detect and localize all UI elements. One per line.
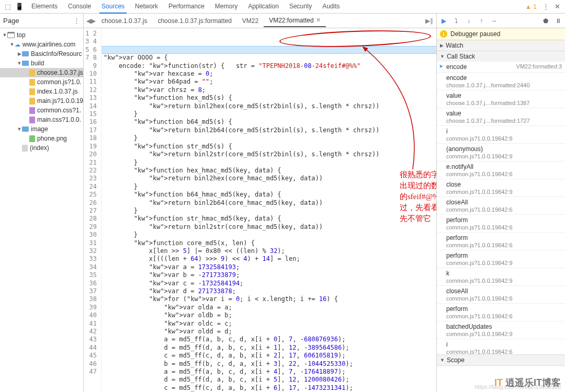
tree-label: image — [31, 125, 48, 133]
resume-icon[interactable]: ▶ — [439, 16, 448, 26]
tree-item[interactable]: main.css?1.0.0. — [0, 115, 83, 124]
watermark-text: IT 逍遥乐IT博客 — [494, 376, 561, 389]
annotation-text: 很熟悉的字样，这就是请求中 出现过的数据，但是日期最后 的sfeif#@%%从来… — [400, 169, 436, 224]
history-back-icon[interactable]: ◀▶ — [86, 16, 96, 26]
source-tab-label: choose.1.0.37.js — [101, 17, 147, 25]
source-tab[interactable]: VM22 — [237, 15, 264, 27]
twist-icon: ▼ — [2, 32, 7, 38]
stack-frame[interactable]: closeAllcommon.js?1.0.0.19842:6 — [437, 197, 565, 215]
warning-badge[interactable]: ▲ 1 — [525, 3, 537, 10]
source-tab[interactable]: choose.1.0.37.js:formatted — [152, 15, 236, 27]
step-icon[interactable]: → — [489, 16, 499, 26]
close-icon[interactable]: ✕ — [551, 1, 563, 13]
tree-item[interactable]: phone.png — [0, 134, 83, 143]
stack-frame[interactable]: performcommon.js?1.0.0.19842:9 — [437, 250, 565, 268]
panel-tab-application[interactable]: Application — [246, 0, 281, 14]
panel-tab-sources[interactable]: Sources — [99, 0, 127, 14]
more-icon[interactable]: ⋮ — [540, 1, 551, 13]
code-editor[interactable]: 1 2 3 4 5 6 7 8 9 10 11 12 13 14 15 16 1… — [84, 28, 436, 392]
callstack-list: encodeVM22:formatted:3encodechoose.1.0.3… — [437, 62, 565, 354]
tree-item[interactable]: choose.1.0.37.js — [0, 68, 83, 77]
tree-item[interactable]: ▶BasicInfo/Resourc — [0, 49, 83, 59]
frame-location: common.js?1.0.0.19842:6 — [446, 171, 562, 177]
page-menu-icon[interactable]: ⋮ — [73, 17, 80, 25]
scope-label: Scope — [447, 356, 465, 364]
page-tab[interactable]: Page ⋮ — [0, 14, 83, 28]
devtools-toolbar: ⬚ 📱 ElementsConsoleSourcesNetworkPerform… — [0, 0, 565, 14]
stack-frame[interactable]: performcommon.js?1.0.0.19842:6 — [437, 304, 565, 321]
watch-label: Watch — [446, 42, 464, 49]
frame-location: common.js?1.0.0.19842:9 — [446, 260, 562, 266]
tree-item[interactable]: ▼image — [0, 124, 83, 134]
tree-item[interactable]: ▼top — [0, 30, 83, 40]
paused-banner: i Debugger paused — [437, 28, 565, 40]
folder-icon — [22, 51, 29, 56]
tree-item[interactable]: common.css?1. — [0, 106, 83, 115]
panel-tab-audits[interactable]: Audits — [320, 0, 342, 14]
watch-section[interactable]: ▶Watch — [437, 40, 565, 51]
navigator-sidebar: Page ⋮ ▼top▼☁www.jcairlines.com▶BasicInf… — [0, 14, 84, 392]
line-gutter: 1 2 3 4 5 6 7 8 9 10 11 12 13 14 15 16 1… — [84, 28, 101, 392]
execution-line-highlight — [101, 46, 436, 54]
source-tab-label: VM22:formatted — [269, 17, 313, 24]
pause-exceptions-icon[interactable]: ⏸ — [553, 16, 563, 26]
stack-frame[interactable]: icommon.js?1.0.0.19842:6 — [437, 339, 565, 354]
frame-location: common.js?1.0.0.19842:6 — [446, 349, 562, 354]
close-tab-icon[interactable]: ✕ — [316, 17, 321, 24]
twist-icon: ▼ — [9, 42, 15, 47]
panel-tab-console[interactable]: Console — [66, 0, 93, 14]
stack-frame[interactable]: encodeVM22:formatted:3 — [437, 62, 565, 73]
source-tab[interactable]: choose.1.0.37.js — [96, 15, 152, 27]
code-content[interactable]: "kw">var OOOO = { encode: "kw">function(… — [104, 54, 434, 392]
stack-frame[interactable]: performcommon.js?1.0.0.19842:6 — [437, 233, 565, 250]
scope-section[interactable]: ▼Scope — [437, 355, 565, 365]
frame-function: closeAll — [446, 287, 468, 295]
panel-tab-memory[interactable]: Memory — [213, 0, 240, 14]
step-over-icon[interactable]: ⤵ — [451, 16, 461, 26]
tree-label: BasicInfo/Resourc — [31, 50, 82, 57]
tree-item[interactable]: common.js?1.0. — [0, 77, 83, 87]
frame-location: common.js?1.0.0.19842:6 — [446, 242, 562, 248]
deactivate-bp-icon[interactable]: ⬟ — [541, 16, 550, 26]
panel-tab-performance[interactable]: Performance — [166, 0, 207, 14]
stack-frame[interactable]: kcommon.js?1.0.0.19842:9 — [437, 268, 565, 286]
frame-function: value — [446, 110, 461, 117]
tree-item[interactable]: ▼build — [0, 59, 83, 68]
frame-function: value — [446, 92, 461, 99]
stack-frame[interactable]: performcommon.js?1.0.0.19842:6 — [437, 215, 565, 233]
frame-location: common.js?1.0.0.19842:6 — [446, 295, 562, 302]
step-out-icon[interactable]: ↑ — [477, 16, 486, 26]
tree-label: main.js?1.0.0.19 — [37, 97, 83, 105]
tree-label: top — [17, 31, 26, 39]
stack-frame[interactable]: batchedUpdatescommon.js?1.0.0.19842:9 — [437, 321, 565, 339]
stack-frame[interactable]: e.notifyAllcommon.js?1.0.0.19842:6 — [437, 162, 565, 179]
stack-frame[interactable]: icommon.js?1.0.0.19842:8 — [437, 126, 565, 144]
frame-location: common.js?1.0.0.19842:9 — [446, 189, 562, 195]
panel-tab-security[interactable]: Security — [287, 0, 314, 14]
more-tabs-icon[interactable]: ▶∥ — [424, 16, 434, 26]
stack-frame[interactable]: closeAllcommon.js?1.0.0.19842:6 — [437, 286, 565, 304]
panel-tab-network[interactable]: Network — [133, 0, 160, 14]
tree-item[interactable]: ▼☁www.jcairlines.com — [0, 40, 83, 49]
tree-label: index.1.0.37.js — [37, 88, 77, 95]
tree-item[interactable]: (index) — [0, 143, 83, 153]
css-file-icon — [29, 117, 35, 123]
cloud-icon: ☁ — [15, 41, 20, 48]
stack-frame[interactable]: valuechoose.1.0.37.j…formatted:1727 — [437, 108, 565, 126]
stack-frame[interactable]: encodechoose.1.0.37.j…formatted:2440 — [437, 73, 565, 90]
source-tab-label: choose.1.0.37.js:formatted — [157, 17, 231, 25]
page-tab-label: Page — [3, 17, 19, 25]
stack-frame[interactable]: valuechoose.1.0.37.j…formatted:1387 — [437, 90, 565, 108]
tree-label: (index) — [30, 144, 49, 152]
source-tab[interactable]: VM22:formatted✕ — [264, 15, 325, 27]
device-icon[interactable]: 📱 — [14, 1, 25, 13]
stack-frame[interactable]: closecommon.js?1.0.0.19842:9 — [437, 179, 565, 197]
stack-frame[interactable]: (anonymous)common.js?1.0.0.19842:9 — [437, 144, 565, 162]
panel-tab-elements[interactable]: Elements — [29, 0, 60, 14]
tree-item[interactable]: main.js?1.0.0.19 — [0, 96, 83, 106]
callstack-section[interactable]: ▼Call Stack — [437, 51, 565, 62]
twist-icon: ▶ — [17, 51, 22, 56]
tree-item[interactable]: index.1.0.37.js — [0, 87, 83, 96]
inspect-icon[interactable]: ⬚ — [2, 1, 14, 13]
step-into-icon[interactable]: ↓ — [464, 16, 473, 26]
